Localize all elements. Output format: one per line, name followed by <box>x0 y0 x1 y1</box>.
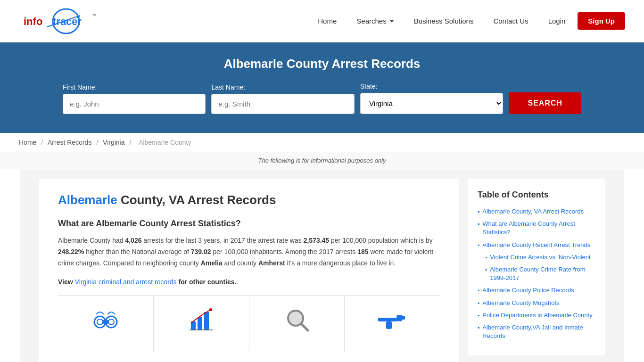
svg-rect-19 <box>378 318 397 321</box>
hero-title: Albemarle County Arrest Records <box>19 57 625 71</box>
stat-handcuffs <box>58 296 154 352</box>
toc-list: Albemarle County, VA Arrest Records What… <box>478 207 595 340</box>
percent-higher: 248.22% <box>58 248 84 255</box>
toc-item-3: Albemarle County Recent Arrest Trends <box>478 241 595 249</box>
last-name-group: Last Name: <box>211 83 354 114</box>
toc-link-5[interactable]: Albemarle County Crime Rate from 1999-20… <box>490 265 595 282</box>
logo[interactable]: info tracer ™ <box>19 7 108 35</box>
first-name-group: First Name: <box>63 83 206 114</box>
breadcrumb-sep-2: / <box>96 139 100 146</box>
view-line: View Virginia criminal and arrest record… <box>58 278 440 286</box>
toc-link-8[interactable]: Police Departments in Albemarle County <box>482 311 592 320</box>
main-content: Albemarle County, VA Arrest Records What… <box>20 169 624 362</box>
toc-item-7: Albemarle County Mugshots <box>478 299 595 307</box>
toc-item-4: Violent Crime Arrests vs. Non-Violent <box>478 253 595 262</box>
toc-title: Table of Contents <box>478 190 595 200</box>
info-bar-text: The following is for informational purpo… <box>258 157 386 164</box>
stats-row <box>58 295 440 352</box>
search-form: First Name: Last Name: State: Alabama Al… <box>63 82 581 114</box>
toc-item-8: Police Departments in Albemarle County <box>478 311 595 320</box>
article-title: Albemarle County, VA Arrest Records <box>58 193 440 207</box>
view-line-suffix: for other counties. <box>177 278 237 286</box>
svg-rect-21 <box>399 316 405 320</box>
article: Albemarle County, VA Arrest Records What… <box>39 179 459 362</box>
breadcrumb-home[interactable]: Home <box>19 139 36 146</box>
toc-link-1[interactable]: Albemarle County, VA Arrest Records <box>482 207 584 216</box>
national-avg: 739.02 <box>191 248 211 255</box>
search-button[interactable]: SEARCH <box>509 92 581 114</box>
breadcrumb-albemarle-county: Albemarle County <box>139 139 191 146</box>
state-group: State: Alabama Alaska Arizona Arkansas C… <box>360 82 503 114</box>
state-select[interactable]: Alabama Alaska Arizona Arkansas Californ… <box>360 93 503 114</box>
first-name-label: First Name: <box>63 83 97 91</box>
gun-icon <box>376 305 409 338</box>
last-name-label: Last Name: <box>211 83 245 91</box>
toc-link-3[interactable]: Albemarle County Recent Arrest Trends <box>482 241 590 249</box>
stat-chart <box>154 296 249 352</box>
last-name-input[interactable] <box>211 94 354 114</box>
toc-link-2[interactable]: What are Albemarle County Arrest Statist… <box>482 220 595 237</box>
state-label: State: <box>360 82 378 90</box>
main-nav: Home Searches Business Solutions Contact… <box>310 12 625 30</box>
stat-search <box>249 296 345 352</box>
svg-rect-13 <box>198 317 202 330</box>
article-body: Albemarle County had 4,026 arrests for t… <box>58 235 440 269</box>
first-name-input[interactable] <box>63 94 206 114</box>
toc-link-9[interactable]: Albemarle County,VA Jail and Inmate Reco… <box>482 323 595 340</box>
breadcrumb-sep-3: / <box>129 139 133 146</box>
arrest-rate: 2,573.45 <box>304 237 330 244</box>
svg-rect-20 <box>386 321 392 329</box>
nav-home[interactable]: Home <box>310 13 344 29</box>
search-magnifier-icon <box>282 305 311 338</box>
breadcrumb-virginia[interactable]: Virginia <box>103 139 124 146</box>
breadcrumb-arrest-records[interactable]: Arrest Records <box>48 139 91 146</box>
info-bar: The following is for informational purpo… <box>0 152 644 169</box>
toc-item-6: Albemarle County Police Records <box>478 286 595 295</box>
article-title-rest: County, VA Arrest Records <box>117 193 276 207</box>
svg-point-10 <box>97 319 103 325</box>
toc-item-9: Albemarle County,VA Jail and Inmate Reco… <box>478 323 595 340</box>
svg-point-11 <box>108 319 114 325</box>
nav-contact-us[interactable]: Contact Us <box>486 13 536 29</box>
view-line-prefix: View <box>58 278 75 286</box>
toc-link-7[interactable]: Albemarle County Mugshots <box>482 299 559 307</box>
svg-text:info: info <box>24 16 42 27</box>
toc-link-6[interactable]: Albemarle County Police Records <box>482 286 574 295</box>
toc-link-4[interactable]: Violent Crime Arrests vs. Non-Violent <box>490 253 590 262</box>
toc-item-5: Albemarle County Crime Rate from 1999-20… <box>478 265 595 282</box>
svg-rect-14 <box>204 312 209 330</box>
logo-image: info tracer ™ <box>19 7 108 35</box>
stat-gun <box>345 296 440 352</box>
signup-button[interactable]: Sign Up <box>578 12 625 30</box>
svg-rect-9 <box>103 320 108 324</box>
toc-item-2: What are Albemarle County Arrest Statist… <box>478 220 595 237</box>
section-title: What are Albemarle County Arrest Statist… <box>58 219 440 229</box>
violent-arrests: 185 <box>357 248 368 255</box>
svg-text:™: ™ <box>92 13 97 18</box>
chevron-down-icon <box>389 20 394 23</box>
handcuffs-icon <box>91 305 120 338</box>
nav-searches[interactable]: Searches <box>349 13 401 29</box>
login-button[interactable]: Login <box>541 13 573 29</box>
virginia-records-link[interactable]: Virginia criminal and arrest records <box>75 278 177 286</box>
county1: Amelia <box>201 259 223 267</box>
svg-point-15 <box>209 308 212 311</box>
header: info tracer ™ Home Searches Business Sol… <box>0 0 644 42</box>
nav-business-solutions[interactable]: Business Solutions <box>406 13 481 29</box>
toc-item-1: Albemarle County, VA Arrest Records <box>478 207 595 216</box>
breadcrumb: Home / Arrest Records / Virginia / Albem… <box>0 133 644 152</box>
hero-section: Albemarle County Arrest Records First Na… <box>0 42 644 133</box>
breadcrumb-sep-1: / <box>41 139 45 146</box>
county2: Amherst <box>258 259 285 267</box>
chart-icon <box>187 305 215 338</box>
sidebar: Table of Contents Albemarle County, VA A… <box>468 179 605 355</box>
article-title-highlight: Albemarle <box>58 193 117 207</box>
arrests-count: 4,026 <box>125 237 141 244</box>
svg-line-18 <box>301 324 308 330</box>
